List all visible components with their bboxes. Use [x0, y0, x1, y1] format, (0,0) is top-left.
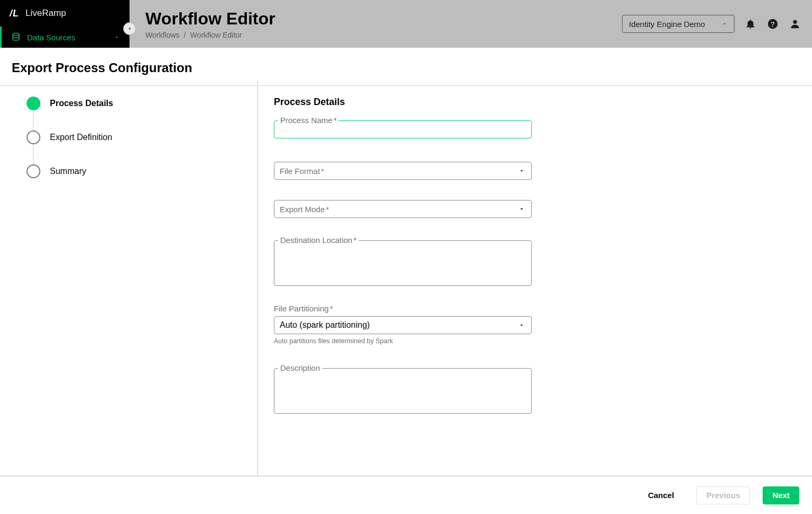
partitioning-helper: Auto partitions files determined by Spar… — [274, 337, 532, 345]
database-icon — [11, 32, 21, 42]
sidebar: /L LiveRamp Data Sources — [0, 0, 129, 48]
step-circle-icon — [27, 164, 40, 178]
user-icon[interactable] — [789, 18, 801, 30]
previous-button: Previous — [696, 486, 750, 504]
svg-point-0 — [13, 33, 19, 36]
breadcrumb-current: Workflow Editor — [190, 31, 242, 39]
next-button[interactable]: Next — [763, 486, 799, 504]
caret-down-icon — [519, 206, 525, 212]
sidebar-item-data-sources[interactable]: Data Sources — [0, 27, 129, 48]
step-circle-icon — [27, 130, 40, 144]
step-circle-icon — [27, 97, 40, 110]
cancel-button[interactable]: Cancel — [638, 486, 684, 504]
breadcrumb-separator: / — [184, 31, 186, 39]
tenant-selector[interactable]: Identity Engine Demo — [622, 15, 735, 33]
field-partitioning: File Partitioning* Auto (spark partition… — [274, 304, 532, 345]
breadcrumb-parent[interactable]: Workflows — [145, 31, 179, 39]
partitioning-value: Auto (spark partitioning) — [280, 320, 526, 330]
field-file-format: File Format* — [274, 162, 532, 180]
field-process-name: Process Name* — [274, 120, 532, 138]
brand-logo: /L — [10, 8, 19, 19]
step-connector — [33, 110, 33, 130]
panel-title: Export Process Configuration — [0, 48, 812, 85]
step-summary[interactable]: Summary — [27, 164, 231, 178]
form: Process Details Process Name* File Forma… — [258, 81, 812, 476]
step-process-details[interactable]: Process Details — [27, 97, 231, 110]
caret-down-icon — [721, 21, 728, 27]
field-destination: Destination Location* — [274, 240, 532, 288]
header-actions: Identity Engine Demo ? — [622, 0, 801, 48]
caret-down-icon — [519, 168, 525, 174]
stepper: Process Details Export Definition Summar… — [0, 81, 258, 476]
file-format-select[interactable]: File Format* — [274, 162, 532, 180]
field-export-mode: Export Mode* — [274, 200, 532, 218]
svg-text:?: ? — [771, 20, 775, 28]
notifications-icon[interactable] — [744, 18, 757, 30]
field-label: File Partitioning* — [274, 304, 532, 313]
step-connector — [33, 144, 33, 164]
sidebar-collapse-button[interactable] — [123, 22, 136, 35]
destination-input[interactable] — [274, 240, 532, 286]
partitioning-select[interactable]: Auto (spark partitioning) — [274, 316, 532, 334]
description-input[interactable] — [274, 368, 532, 414]
chevron-up-icon — [114, 34, 120, 40]
step-export-definition[interactable]: Export Definition — [27, 130, 231, 144]
sidebar-item-label: Data Sources — [27, 33, 75, 42]
field-label: Export Mode* — [280, 205, 526, 214]
caret-down-icon — [519, 322, 525, 328]
step-label: Process Details — [50, 99, 113, 108]
field-label: File Format* — [280, 167, 526, 176]
svg-point-3 — [793, 20, 797, 24]
footer: Cancel Previous Next — [0, 476, 812, 514]
field-description: Description — [274, 368, 532, 416]
config-panel: Export Process Configuration Process Det… — [0, 48, 812, 514]
form-title: Process Details — [274, 97, 796, 108]
process-name-input[interactable] — [274, 120, 532, 138]
step-label: Summary — [50, 167, 86, 176]
export-mode-select[interactable]: Export Mode* — [274, 200, 532, 218]
brand: /L LiveRamp — [0, 0, 129, 27]
tenant-selector-value: Identity Engine Demo — [629, 20, 705, 29]
help-icon[interactable]: ? — [766, 18, 779, 30]
step-label: Export Definition — [50, 133, 112, 142]
brand-name: LiveRamp — [25, 8, 66, 19]
